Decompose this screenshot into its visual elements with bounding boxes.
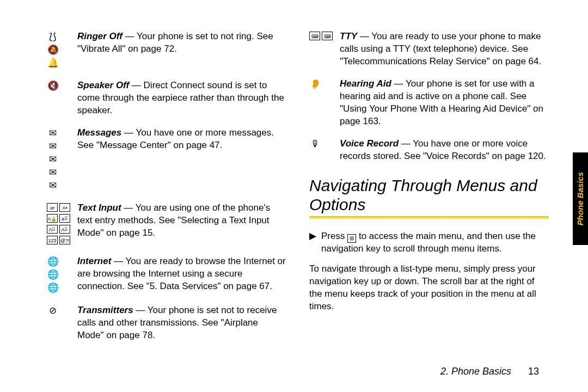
text-A-grid-lock-icon: A⠿ [59,225,70,234]
entry-term: Internet [77,256,111,266]
entry-text: TTY — You are ready to use your phone to… [340,30,549,68]
hearing-aid-icon: 👂 [309,79,321,90]
envelope-open-icon: ✉ [47,128,59,139]
entry-term: TTY [340,31,357,41]
bell-mute-icon: 🔕 [47,45,59,56]
entry-icons: 👂 [309,78,340,128]
entry-icons: 🎙 [309,138,340,163]
tty-box-icon: ⌨ [309,32,320,40]
entry-term: Messages [77,127,121,138]
entry-text: Messages — You have one or more messages… [77,127,286,192]
globe-icon: 🌐 [47,256,59,267]
tty-box-alt-icon: ⌨ [322,32,333,40]
text-sym-icon: @?! [59,236,70,244]
entry-icons: ✉✉✉✉✉ [47,127,77,192]
entry-text: Text Input — You are using one of the ph… [77,202,286,246]
bell-outline-icon: 🔔 [47,58,59,69]
entry-icons: ⟅⟆🔕🔔 [47,30,77,70]
entry-term: Hearing Aid [340,78,391,89]
entry-text: Hearing Aid — Your phone is set for use … [340,78,549,128]
vibrate-icon: ⟅⟆ [47,32,59,42]
envelope-dark-icon: ✉ [47,154,59,165]
entry-term: Text Input [77,203,121,213]
definition-entry: ⌨⌨TTY — You are ready to use your phone … [309,30,549,68]
voice-record-icon: 🎙 [309,139,321,150]
entry-icons: 🌐🌐🌐 [47,255,77,295]
envelope-open-icon: ✉ [47,141,59,152]
globe-lock-icon: 🌐 [47,270,59,280]
right-column: ⌨⌨TTY — You are ready to use your phone … [309,30,549,352]
definition-entry: 🎙Voice Record — You have one or more voi… [309,138,549,163]
globe-lock-small-icon: 🌐 [47,283,59,293]
menu-key-icon: ⊞ [347,234,356,243]
definition-entry: a•A•A🔒a⠿A⠿A⠿123@?!Text Input — You are u… [47,202,286,246]
text-A-dot-icon: A• [59,203,70,212]
entry-text: Speaker Off — Direct Connect sound is se… [77,79,286,117]
definition-entry: 🔇Speaker Off — Direct Connect sound is s… [47,79,286,117]
footer-page-number: 13 [514,366,539,377]
text-a-dot-icon: a• [47,203,58,212]
entry-text: Voice Record — You have one or more voic… [340,138,549,163]
speaker-mute-icon: 🔇 [47,81,59,91]
transmit-off-icon: ⊘ [47,305,59,316]
footer-chapter: 2. Phone Basics [440,366,511,377]
text-A-lock-icon: A🔒 [47,214,58,223]
entry-icons: a•A•A🔒a⠿A⠿A⠿123@?! [47,202,77,246]
entry-description: — You are ready to use your phone to mak… [340,31,541,66]
entry-icons: ⌨⌨ [309,30,340,68]
entry-text: Internet — You are ready to browse the I… [77,255,286,295]
definition-entry: 🌐🌐🌐Internet — You are ready to browse th… [47,255,286,295]
navigation-paragraph: To navigate through a list-type menu, si… [309,263,549,313]
left-column: ⟅⟆🔕🔔Ringer Off — Your phone is set to no… [47,30,286,352]
side-tab: Phone Basics [573,152,588,245]
section-heading: Navigating Through Menus and Options [309,176,549,214]
definition-entry: 👂Hearing Aid — Your phone is set for use… [309,78,549,128]
text-123-icon: 123 [47,236,58,244]
envelope-small-icon: ✉ [47,180,59,191]
instruction-bullet: ▶Press ⊞ to access the main menu, and th… [309,230,549,255]
envelope-check-icon: ✉ [47,167,59,178]
side-tab-label: Phone Basics [575,172,586,225]
definition-entry: ⟅⟆🔕🔔Ringer Off — Your phone is set to no… [47,30,286,70]
page-footer: 2. Phone Basics 13 [440,365,539,378]
entry-term: Transmitters [77,305,133,315]
entry-term: Ringer Off [77,31,122,41]
definition-entry: ✉✉✉✉✉Messages — You have one or more mes… [47,127,286,192]
definition-entry: ⊘Transmitters — Your phone is set not to… [47,304,286,342]
page-body: ⟅⟆🔕🔔Ringer Off — Your phone is set to no… [0,0,588,365]
entry-icons: ⊘ [47,304,77,342]
entry-text: Ringer Off — Your phone is set to not ri… [77,30,286,70]
bullet-marker: ▶ [309,230,321,255]
section-rule [309,216,549,218]
text-A-grid-icon: A⠿ [47,225,58,234]
entry-text: Transmitters — Your phone is set not to … [77,304,286,342]
bullet-text: Press ⊞ to access the main menu, and the… [321,230,549,255]
entry-icons: 🔇 [47,79,77,117]
entry-term: Voice Record [340,138,399,149]
entry-term: Speaker Off [77,80,129,90]
text-a-grid-icon: a⠿ [59,214,70,223]
